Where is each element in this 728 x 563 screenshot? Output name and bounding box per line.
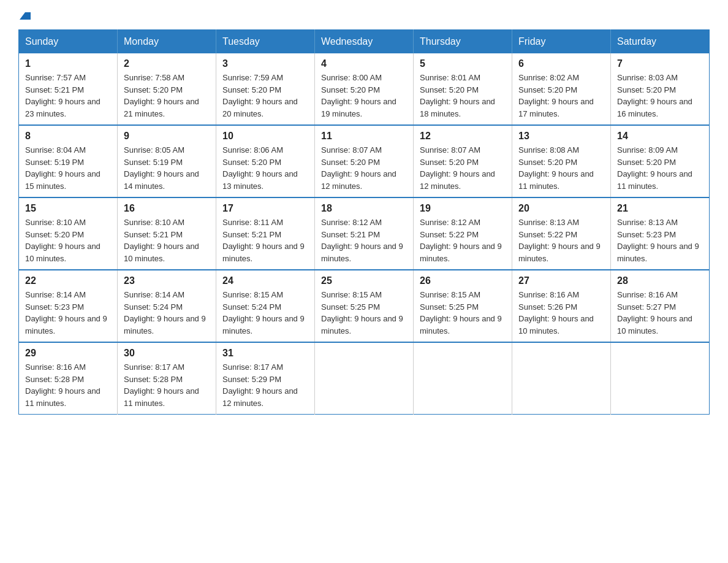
calendar-cell: 5 Sunrise: 8:01 AMSunset: 5:20 PMDayligh…: [414, 53, 512, 125]
day-number: 14: [617, 131, 703, 142]
day-info: Sunrise: 8:12 AMSunset: 5:21 PMDaylight:…: [321, 218, 403, 263]
day-info: Sunrise: 8:08 AMSunset: 5:20 PMDaylight:…: [518, 145, 594, 191]
calendar-cell: [414, 342, 512, 415]
day-info: Sunrise: 8:07 AMSunset: 5:20 PMDaylight:…: [420, 145, 495, 191]
day-info: Sunrise: 7:59 AMSunset: 5:20 PMDaylight:…: [222, 73, 298, 118]
day-info: Sunrise: 8:00 AMSunset: 5:20 PMDaylight:…: [321, 73, 396, 118]
calendar-cell: 16 Sunrise: 8:10 AMSunset: 5:21 PMDaylig…: [118, 197, 216, 270]
calendar-week-row: 22 Sunrise: 8:14 AMSunset: 5:23 PMDaylig…: [19, 270, 710, 342]
calendar-cell: 11 Sunrise: 8:07 AMSunset: 5:20 PMDaylig…: [315, 125, 414, 197]
day-info: Sunrise: 8:14 AMSunset: 5:24 PMDaylight:…: [124, 290, 206, 335]
calendar-cell: 30 Sunrise: 8:17 AMSunset: 5:28 PMDaylig…: [118, 342, 216, 415]
day-number: 11: [321, 131, 407, 142]
day-info: Sunrise: 8:03 AMSunset: 5:20 PMDaylight:…: [617, 73, 692, 118]
day-number: 7: [617, 58, 703, 69]
header-thursday: Thursday: [414, 30, 512, 54]
day-number: 21: [617, 203, 703, 214]
day-number: 8: [25, 131, 111, 142]
day-number: 18: [321, 203, 407, 214]
calendar-week-row: 29 Sunrise: 8:16 AMSunset: 5:28 PMDaylig…: [19, 342, 710, 415]
day-number: 27: [518, 275, 604, 286]
day-info: Sunrise: 8:16 AMSunset: 5:27 PMDaylight:…: [617, 290, 692, 335]
day-number: 13: [518, 131, 604, 142]
day-number: 26: [420, 275, 506, 286]
logo-triangle-icon: [20, 12, 31, 20]
calendar-cell: 25 Sunrise: 8:15 AMSunset: 5:25 PMDaylig…: [315, 270, 414, 342]
day-number: 22: [25, 275, 111, 286]
calendar-cell: 14 Sunrise: 8:09 AMSunset: 5:20 PMDaylig…: [611, 125, 710, 197]
day-number: 9: [124, 131, 210, 142]
calendar-cell: 3 Sunrise: 7:59 AMSunset: 5:20 PMDayligh…: [216, 53, 315, 125]
calendar-table: SundayMondayTuesdayWednesdayThursdayFrid…: [18, 29, 710, 415]
calendar-cell: 10 Sunrise: 8:06 AMSunset: 5:20 PMDaylig…: [216, 125, 315, 197]
day-info: Sunrise: 7:57 AMSunset: 5:21 PMDaylight:…: [25, 73, 100, 118]
calendar-cell: 19 Sunrise: 8:12 AMSunset: 5:22 PMDaylig…: [414, 197, 512, 270]
day-number: 6: [518, 58, 604, 69]
header-tuesday: Tuesday: [216, 30, 315, 54]
calendar-cell: 9 Sunrise: 8:05 AMSunset: 5:19 PMDayligh…: [118, 125, 216, 197]
calendar-cell: 20 Sunrise: 8:13 AMSunset: 5:22 PMDaylig…: [512, 197, 611, 270]
calendar-cell: 27 Sunrise: 8:16 AMSunset: 5:26 PMDaylig…: [512, 270, 611, 342]
day-number: 1: [25, 58, 111, 69]
day-number: 16: [124, 203, 210, 214]
day-info: Sunrise: 8:16 AMSunset: 5:26 PMDaylight:…: [518, 290, 594, 335]
day-number: 31: [222, 348, 308, 359]
calendar-cell: [315, 342, 414, 415]
calendar-cell: 12 Sunrise: 8:07 AMSunset: 5:20 PMDaylig…: [414, 125, 512, 197]
calendar-cell: 13 Sunrise: 8:08 AMSunset: 5:20 PMDaylig…: [512, 125, 611, 197]
header-sunday: Sunday: [19, 30, 118, 54]
day-info: Sunrise: 8:15 AMSunset: 5:25 PMDaylight:…: [321, 290, 403, 335]
day-info: Sunrise: 8:12 AMSunset: 5:22 PMDaylight:…: [420, 218, 502, 263]
calendar-week-row: 1 Sunrise: 7:57 AMSunset: 5:21 PMDayligh…: [19, 53, 710, 125]
day-info: Sunrise: 8:01 AMSunset: 5:20 PMDaylight:…: [420, 73, 495, 118]
calendar-cell: 18 Sunrise: 8:12 AMSunset: 5:21 PMDaylig…: [315, 197, 414, 270]
header: [18, 12, 710, 18]
day-number: 10: [222, 131, 308, 142]
day-number: 12: [420, 131, 506, 142]
day-info: Sunrise: 8:04 AMSunset: 5:19 PMDaylight:…: [25, 145, 100, 191]
calendar-cell: 21 Sunrise: 8:13 AMSunset: 5:23 PMDaylig…: [611, 197, 710, 270]
logo: [18, 12, 32, 18]
day-info: Sunrise: 8:06 AMSunset: 5:20 PMDaylight:…: [222, 145, 298, 191]
header-saturday: Saturday: [611, 30, 710, 54]
day-info: Sunrise: 8:16 AMSunset: 5:28 PMDaylight:…: [25, 362, 100, 408]
calendar-cell: [512, 342, 611, 415]
day-info: Sunrise: 8:02 AMSunset: 5:20 PMDaylight:…: [518, 73, 594, 118]
day-info: Sunrise: 8:15 AMSunset: 5:25 PMDaylight:…: [420, 290, 502, 335]
calendar-cell: 1 Sunrise: 7:57 AMSunset: 5:21 PMDayligh…: [19, 53, 118, 125]
day-info: Sunrise: 8:14 AMSunset: 5:23 PMDaylight:…: [25, 290, 107, 335]
logo-blue: [18, 12, 32, 20]
day-info: Sunrise: 8:15 AMSunset: 5:24 PMDaylight:…: [222, 290, 305, 335]
day-info: Sunrise: 8:17 AMSunset: 5:28 PMDaylight:…: [124, 362, 199, 408]
day-number: 4: [321, 58, 407, 69]
calendar-cell: 23 Sunrise: 8:14 AMSunset: 5:24 PMDaylig…: [118, 270, 216, 342]
logo-text: [18, 12, 32, 20]
calendar-cell: 29 Sunrise: 8:16 AMSunset: 5:28 PMDaylig…: [19, 342, 118, 415]
day-number: 15: [25, 203, 111, 214]
header-monday: Monday: [118, 30, 216, 54]
calendar-cell: 17 Sunrise: 8:11 AMSunset: 5:21 PMDaylig…: [216, 197, 315, 270]
day-number: 29: [25, 348, 111, 359]
day-info: Sunrise: 8:05 AMSunset: 5:19 PMDaylight:…: [124, 145, 199, 191]
day-number: 25: [321, 275, 407, 286]
calendar-cell: 26 Sunrise: 8:15 AMSunset: 5:25 PMDaylig…: [414, 270, 512, 342]
day-info: Sunrise: 8:09 AMSunset: 5:20 PMDaylight:…: [617, 145, 692, 191]
calendar-cell: 6 Sunrise: 8:02 AMSunset: 5:20 PMDayligh…: [512, 53, 611, 125]
day-info: Sunrise: 8:13 AMSunset: 5:23 PMDaylight:…: [617, 218, 699, 263]
day-info: Sunrise: 8:17 AMSunset: 5:29 PMDaylight:…: [222, 362, 298, 408]
day-info: Sunrise: 8:07 AMSunset: 5:20 PMDaylight:…: [321, 145, 396, 191]
header-friday: Friday: [512, 30, 611, 54]
day-number: 17: [222, 203, 308, 214]
calendar-cell: 15 Sunrise: 8:10 AMSunset: 5:20 PMDaylig…: [19, 197, 118, 270]
day-info: Sunrise: 8:11 AMSunset: 5:21 PMDaylight:…: [222, 218, 305, 263]
calendar-cell: [611, 342, 710, 415]
calendar-cell: 8 Sunrise: 8:04 AMSunset: 5:19 PMDayligh…: [19, 125, 118, 197]
day-number: 3: [222, 58, 308, 69]
calendar-week-row: 15 Sunrise: 8:10 AMSunset: 5:20 PMDaylig…: [19, 197, 710, 270]
calendar-cell: 22 Sunrise: 8:14 AMSunset: 5:23 PMDaylig…: [19, 270, 118, 342]
calendar-cell: 24 Sunrise: 8:15 AMSunset: 5:24 PMDaylig…: [216, 270, 315, 342]
day-number: 24: [222, 275, 308, 286]
day-number: 5: [420, 58, 506, 69]
calendar-cell: 2 Sunrise: 7:58 AMSunset: 5:20 PMDayligh…: [118, 53, 216, 125]
day-number: 20: [518, 203, 604, 214]
